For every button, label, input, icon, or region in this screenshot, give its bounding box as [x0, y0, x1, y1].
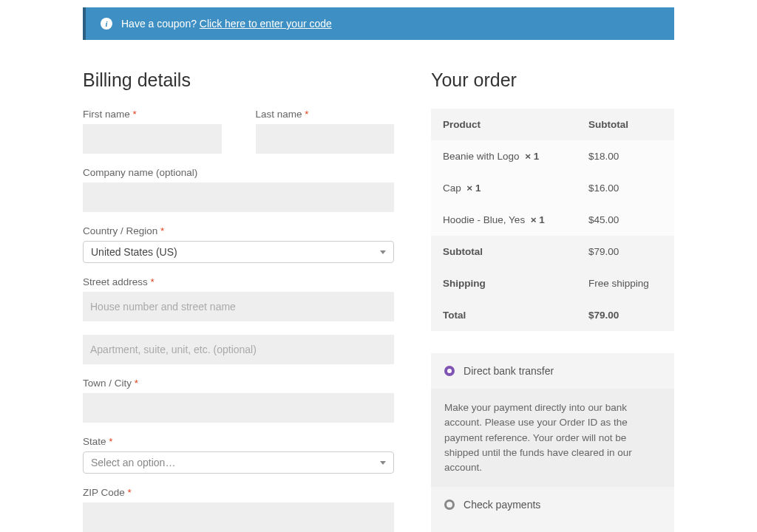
first-name-field[interactable]: [83, 124, 222, 154]
order-heading: Your order: [431, 69, 674, 91]
billing-heading: Billing details: [83, 69, 394, 91]
coupon-prompt: Have a coupon?: [121, 18, 197, 30]
country-select[interactable]: United States (US): [83, 241, 394, 263]
zip-field[interactable]: [83, 502, 394, 532]
city-field[interactable]: [83, 393, 394, 423]
company-field[interactable]: [83, 183, 394, 212]
zip-label: ZIP Code *: [83, 487, 394, 498]
order-table: Product Subtotal Beanie with Logo × 1 $1…: [431, 109, 674, 331]
payment-bank-transfer[interactable]: Direct bank transfer: [431, 353, 674, 389]
payment-check[interactable]: Check payments: [431, 487, 674, 522]
payment-methods: Direct bank transfer Make your payment d…: [431, 353, 674, 532]
radio-icon: [444, 499, 455, 510]
th-subtotal: Subtotal: [577, 109, 674, 140]
company-label: Company name (optional): [83, 167, 394, 178]
state-select[interactable]: Select an option…: [83, 451, 394, 474]
street-address-1-field[interactable]: [83, 292, 394, 321]
country-label: Country / Region *: [83, 225, 394, 236]
payment-bank-desc: Make your payment directly into our bank…: [431, 389, 674, 487]
table-row: Hoodie - Blue, Yes × 1 $45.00: [431, 204, 674, 236]
last-name-label: Last name *: [256, 109, 395, 120]
radio-selected-icon: [444, 366, 455, 376]
last-name-field[interactable]: [256, 124, 395, 154]
state-label: State *: [83, 436, 394, 447]
table-row: Cap × 1 $16.00: [431, 172, 674, 204]
payment-cod[interactable]: Cash on delivery: [431, 522, 674, 532]
table-row: Beanie with Logo × 1 $18.00: [431, 140, 674, 172]
info-icon: i: [101, 18, 112, 30]
coupon-notice: i Have a coupon? Click here to enter you…: [83, 7, 674, 40]
street-address-2-field[interactable]: [83, 335, 394, 364]
first-name-label: First name *: [83, 109, 222, 120]
th-product: Product: [431, 109, 577, 140]
city-label: Town / City *: [83, 378, 394, 389]
chevron-down-icon: [380, 250, 386, 254]
coupon-link[interactable]: Click here to enter your code: [200, 18, 332, 30]
street-label: Street address *: [83, 276, 394, 287]
chevron-down-icon: [380, 461, 386, 465]
